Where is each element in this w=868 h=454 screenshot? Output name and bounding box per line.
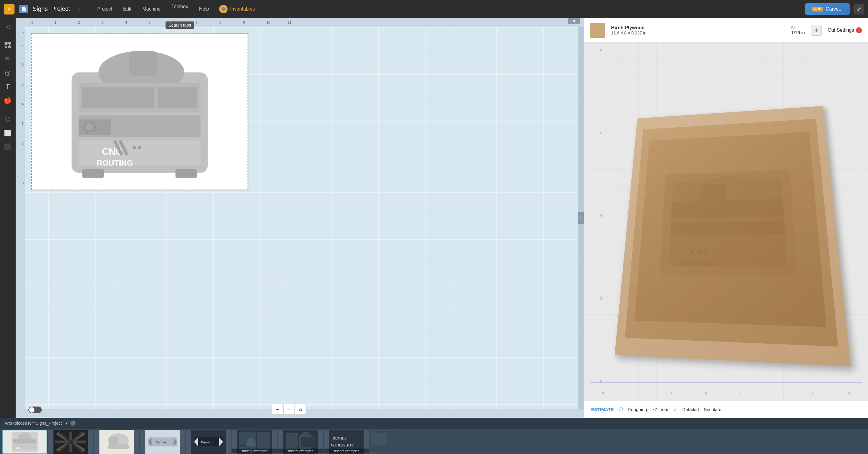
workpieces-help-button[interactable]: ? (70, 420, 75, 426)
pen-tool-button[interactable]: ✏ (2, 53, 14, 65)
canvas-bg[interactable]: CNC ROUTING INVENTABLES CARVEY (25, 27, 578, 408)
nav-help[interactable]: Help (193, 4, 214, 14)
svg-rect-72 (371, 433, 386, 445)
apps-tool-button[interactable]: 🍎 (2, 95, 14, 107)
ruler-left-7: 7 (22, 43, 24, 47)
roughing-value: <1 hour (653, 407, 669, 412)
project-icon: 📄 (19, 5, 28, 13)
svg-marker-14 (215, 142, 222, 150)
carve-button[interactable]: PRO Carve... (805, 3, 850, 15)
3d-tool-button[interactable]: ⬡ (2, 113, 14, 125)
axis-num-4: 4 (671, 391, 673, 395)
workpiece-label-7: student examples (278, 449, 323, 453)
zoom-out-button[interactable]: − (272, 404, 283, 415)
svg-point-9 (86, 123, 93, 130)
svg-rect-2 (129, 51, 157, 76)
ruler-mark-1: 1 (54, 21, 56, 24)
svg-rect-18 (176, 169, 197, 178)
workpiece-item-1[interactable]: CNC (2, 430, 47, 454)
nav-edit[interactable]: Edit (118, 4, 137, 14)
workpiece-label-6: student examples (232, 449, 277, 453)
collapse-right-arrow[interactable]: › (578, 212, 584, 224)
svg-marker-24 (229, 131, 236, 140)
star-button[interactable]: ☆ (76, 6, 81, 12)
svg-text:CNC: CNC (690, 247, 710, 257)
nav-toolbox[interactable]: Toolbox (166, 1, 193, 11)
svg-point-21 (132, 146, 136, 150)
carve-label: Carve... (826, 6, 843, 12)
main-nav: Project Edit Machine Toolbox Search tabs… (92, 4, 214, 14)
workpiece-item-3[interactable] (94, 430, 139, 454)
collapse-toolbar-button[interactable]: ◁ (2, 21, 14, 33)
design-board[interactable]: CNC ROUTING INVENTABLES CARVEY (31, 33, 248, 190)
svg-text:CNC: CNC (16, 447, 21, 449)
inventables-icon: 🔷 (219, 5, 227, 13)
axis-num-14: 14 (846, 391, 850, 395)
workpiece-item-9[interactable] (370, 430, 394, 454)
simulate-button[interactable]: Simulate (704, 407, 721, 412)
svg-point-22 (138, 146, 142, 150)
svg-rect-29 (671, 199, 784, 218)
workpieces-dropdown-icon[interactable]: ▾ (66, 421, 68, 426)
nav-project[interactable]: Project (92, 4, 118, 14)
cnc-machine-design: CNC ROUTING INVENTABLES CARVEY (34, 37, 245, 187)
workpiece-item-8[interactable]: DEVILS WORKSHOP student examples (324, 430, 369, 454)
ruler-mark-5: 5 (149, 21, 151, 24)
roughing-label: Roughing: (628, 407, 648, 412)
more-options-button[interactable]: ⋮ (855, 406, 861, 413)
svg-rect-5 (157, 87, 197, 108)
workpiece-item-6[interactable]: student examples (232, 430, 277, 454)
right-panel: Birch Plywood 11.6 × 8 × 0.237 in Bit 1/… (584, 18, 868, 418)
workpiece-item-2[interactable] (49, 430, 93, 454)
ruler-left-4: 4 (22, 102, 24, 106)
home-button[interactable]: ⌂ (295, 404, 306, 415)
inventables-brand[interactable]: 🔷 Inventables (219, 5, 255, 13)
carved-design-svg: CNC ROUTING (634, 132, 826, 327)
design-impression: CNC ROUTING (634, 132, 826, 327)
svg-rect-48 (109, 437, 118, 444)
collapse-top-arrow[interactable]: ▼ (568, 18, 580, 24)
svg-text:CARVEY: CARVEY (211, 160, 231, 166)
workpieces-items: CNC (0, 429, 868, 454)
workpiece-item-5[interactable]: Camaro (186, 430, 231, 454)
svg-rect-47 (108, 444, 129, 449)
axis-num-0: 0 (602, 391, 604, 395)
shapes-tool-button[interactable] (2, 39, 14, 51)
workpiece-item-7[interactable]: student examples (278, 430, 323, 454)
3d-preview[interactable]: CNC ROUTING 0 2 4 6 8 10 12 14 8 6 4 2 0 (584, 42, 868, 401)
material-swatch (590, 23, 605, 38)
zoom-in-button[interactable]: + (283, 404, 294, 415)
nav-machine[interactable]: Machine (137, 4, 166, 14)
workpiece-item-4[interactable]: Camaro (140, 430, 185, 454)
cut-settings-button[interactable]: Cut Settings ! (828, 27, 862, 33)
svg-rect-67 (301, 437, 314, 447)
ruler-left-1: 1 (22, 161, 24, 165)
units-toggle-button[interactable] (28, 406, 42, 413)
ruler-mark-4: 4 (125, 21, 127, 24)
axis-num-10: 10 (774, 391, 777, 395)
svg-text:DEVILS: DEVILS (333, 436, 347, 441)
workpiece-thumb-3-preview (94, 430, 139, 454)
import-tool-button[interactable]: ⬜ (2, 127, 14, 139)
ruler-mark-7: 7 (196, 21, 198, 24)
ruler-top: 0 1 2 3 4 5 6 7 8 9 10 11 (25, 21, 578, 27)
axis-num-2: 2 (637, 391, 638, 395)
svg-text:Camaro: Camaro (201, 441, 213, 444)
axis-bottom-numbers: 0 2 4 6 8 10 12 14 (602, 391, 850, 395)
text-tool-button[interactable]: T (2, 81, 14, 93)
ruler-mark-2: 2 (78, 21, 80, 24)
axis-left-0: 0 (600, 379, 602, 383)
ruler-left-0: 0 (22, 181, 24, 185)
add-button[interactable]: + (811, 25, 822, 36)
workpiece-thumb-4-preview: Camaro (140, 430, 185, 454)
ruler-mark-3: 3 (101, 21, 103, 24)
ruler-left-5: 5 (22, 83, 24, 86)
ruler-left: 0 1 2 3 4 5 6 7 8 (17, 27, 25, 408)
board-3d: CNC ROUTING (614, 106, 850, 366)
bit-info: Bit 1/16 in (791, 25, 805, 35)
estimate-info-icon[interactable]: ⓘ (619, 407, 623, 412)
cube-tool-button[interactable]: ⬛ (2, 141, 14, 153)
toggle-thumb (29, 407, 34, 413)
expand-button[interactable]: ⤢ (854, 4, 864, 14)
target-tool-button[interactable]: ◎ (2, 67, 14, 79)
